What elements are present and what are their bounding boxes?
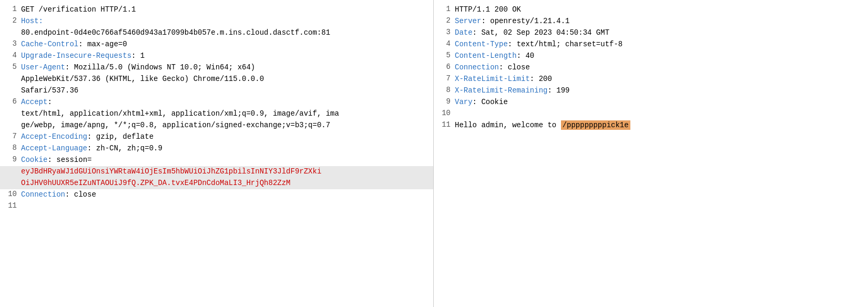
- text-part: : gzip, deflate: [87, 132, 154, 141]
- line-content: eyJBdHRyaWJ1dGUiOnsiYWRtaW4iOjEsIm5hbWUi…: [21, 166, 431, 178]
- line-number: 1: [436, 4, 451, 13]
- text-part: Content-Length: [455, 52, 517, 60]
- text-part: Accept-Encoding: [21, 132, 87, 141]
- line-number: 6: [2, 97, 17, 106]
- text-part: AppleWebKit/537.36 (KHTML, like Gecko) C…: [21, 75, 264, 83]
- line-content: 80.endpoint-0d4e0c766af5460d943a17099b4b…: [21, 27, 431, 39]
- line-number: [2, 120, 17, 120]
- line: OiJHV0hUUXR5eIZuNTAOUiJ9fQ.ZPK_DA.tvxE4P…: [0, 178, 433, 189]
- text-part: : text/html; charset=utf-8: [508, 40, 622, 48]
- text-part: User-Agent: [21, 63, 65, 71]
- text-part: eyJBdHRyaWJ1dGUiOnsiYWRtaW4iOjEsIm5hbWUi…: [21, 167, 321, 176]
- line-number: 7: [436, 74, 451, 83]
- line-content: X-RateLimit-Remaining: 199: [455, 85, 866, 97]
- line-number: 3: [2, 39, 17, 48]
- line: 5User-Agent: Mozilla/5.0 (Windows NT 10.…: [0, 62, 433, 74]
- line-content: Hello admin, welcome to /pppppppppick1e: [455, 120, 866, 131]
- line-number: 7: [2, 131, 17, 140]
- line: 10Connection: close: [0, 189, 433, 201]
- line: 1HTTP/1.1 200 OK: [434, 4, 868, 16]
- line-content: User-Agent: Mozilla/5.0 (Windows NT 10.0…: [21, 62, 431, 74]
- line-content: Connection: close: [455, 62, 866, 74]
- text-part: : close: [499, 63, 530, 71]
- line: 8X-RateLimit-Remaining: 199: [434, 85, 868, 97]
- text-part: : session=: [47, 156, 91, 164]
- text-part: Host:: [21, 17, 43, 25]
- text-part: Safari/537.36: [21, 86, 78, 95]
- text-part: Server: [455, 17, 481, 25]
- line-content: Content-Type: text/html; charset=utf-8: [455, 39, 866, 50]
- line-number: 10: [436, 108, 451, 117]
- text-part: :: [47, 98, 52, 106]
- line-content: Cache-Control: max-age=0: [21, 39, 431, 50]
- line-content: Safari/537.36: [21, 85, 431, 97]
- line-content: X-RateLimit-Limit: 200: [455, 74, 866, 85]
- line-content: text/html, application/xhtml+xml, applic…: [21, 108, 431, 120]
- text-part: Content-Type: [455, 40, 508, 48]
- highlighted-path: /pppppppppick1e: [561, 120, 630, 130]
- line-content: Connection: close: [21, 189, 431, 201]
- line: 11Hello admin, welcome to /pppppppppick1…: [434, 120, 868, 131]
- line: 4Content-Type: text/html; charset=utf-8: [434, 39, 868, 50]
- line: 4Upgrade-Insecure-Requests: 1: [0, 50, 433, 62]
- line-number: 3: [436, 27, 451, 36]
- line: ge/webp, image/apng, */*;q=0.8, applicat…: [0, 120, 433, 131]
- text-part: HTTP/1.1 200 OK: [455, 5, 521, 14]
- line-content: Upgrade-Insecure-Requests: 1: [21, 50, 431, 62]
- line: 7Accept-Encoding: gzip, deflate: [0, 131, 433, 143]
- line-content: Host:: [21, 16, 431, 27]
- line-number: 8: [2, 143, 17, 152]
- line-number: 2: [436, 16, 451, 25]
- line: 8Accept-Language: zh-CN, zh;q=0.9: [0, 143, 433, 155]
- text-part: : 40: [517, 52, 535, 60]
- line-number: 2: [2, 16, 17, 25]
- line-content: OiJHV0hUUXR5eIZuNTAOUiJ9fQ.ZPK_DA.tvxE4P…: [21, 178, 431, 189]
- line: 10: [434, 108, 868, 120]
- line-number: 10: [2, 189, 17, 198]
- line: 9Cookie: session=: [0, 155, 433, 166]
- line-content: Vary: Cookie: [455, 97, 866, 108]
- text-part: Hello admin, welcome to: [455, 121, 561, 129]
- line-number: 5: [2, 62, 17, 71]
- text-part: : max-age=0: [78, 40, 127, 48]
- line-number: [2, 74, 17, 74]
- line: 2Host:: [0, 16, 433, 27]
- text-part: X-RateLimit-Limit: [455, 75, 530, 83]
- text-part: Cookie: [21, 156, 47, 164]
- line-number: 6: [436, 62, 451, 71]
- line-content: ge/webp, image/apng, */*;q=0.8, applicat…: [21, 120, 431, 131]
- line: 5Content-Length: 40: [434, 50, 868, 62]
- text-part: ge/webp, image/apng, */*;q=0.8, applicat…: [21, 121, 330, 129]
- line-number: [2, 27, 17, 28]
- line-number: [2, 166, 17, 167]
- text-part: Connection: [21, 190, 65, 199]
- line-number: 9: [2, 155, 17, 163]
- line-content: Accept-Language: zh-CN, zh;q=0.9: [21, 143, 431, 155]
- line-content: Server: openresty/1.21.4.1: [455, 16, 866, 27]
- line-number: 4: [2, 50, 17, 59]
- line-number: 4: [436, 39, 451, 48]
- line: text/html, application/xhtml+xml, applic…: [0, 108, 433, 120]
- line-content: Accept-Encoding: gzip, deflate: [21, 131, 431, 143]
- text-part: Vary: [455, 98, 473, 106]
- text-part: Cache-Control: [21, 40, 78, 48]
- line: 6Connection: close: [434, 62, 868, 74]
- line: AppleWebKit/537.36 (KHTML, like Gecko) C…: [0, 74, 433, 85]
- line-number: [2, 108, 17, 109]
- line: 3Cache-Control: max-age=0: [0, 39, 433, 50]
- line: 9Vary: Cookie: [434, 97, 868, 108]
- text-part: : Mozilla/5.0 (Windows NT 10.0; Win64; x…: [65, 63, 255, 71]
- line: 80.endpoint-0d4e0c766af5460d943a17099b4b…: [0, 27, 433, 39]
- line-number: [2, 178, 17, 178]
- text-part: OiJHV0hUUXR5eIZuNTAOUiJ9fQ.ZPK_DA.tvxE4P…: [21, 179, 290, 187]
- line-content: Accept:: [21, 97, 431, 108]
- text-part: 80.endpoint-0d4e0c766af5460d943a17099b4b…: [21, 28, 330, 37]
- line-number: 8: [436, 85, 451, 94]
- response-panel: 1HTTP/1.1 200 OK2Server: openresty/1.21.…: [434, 0, 868, 307]
- line: 2Server: openresty/1.21.4.1: [434, 16, 868, 27]
- line: 6Accept:: [0, 97, 433, 108]
- line-number: 5: [436, 50, 451, 59]
- line: 3Date: Sat, 02 Sep 2023 04:50:34 GMT: [434, 27, 868, 39]
- line-content: Content-Length: 40: [455, 50, 866, 62]
- text-part: Date: [455, 28, 473, 37]
